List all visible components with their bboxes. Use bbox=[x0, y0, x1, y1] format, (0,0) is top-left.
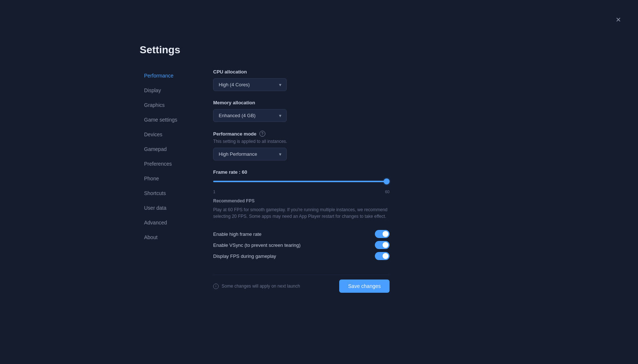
slider-range-labels: 1 60 bbox=[213, 190, 390, 194]
settings-panel: Settings PerformanceDisplayGraphicsGame … bbox=[140, 44, 390, 293]
cpu-allocation-group: CPU allocation Low (1 Core)Medium (2 Cor… bbox=[213, 69, 390, 91]
performance-mode-select[interactable]: Power SavingBalancedHigh Performance bbox=[213, 148, 287, 161]
sidebar-item-display[interactable]: Display bbox=[140, 84, 191, 97]
memory-allocation-select[interactable]: Low (1 GB)Medium (2 GB)Enhanced (4 GB)Ul… bbox=[213, 109, 287, 122]
sidebar-item-phone[interactable]: Phone bbox=[140, 172, 191, 185]
toggle-row-vsync: Enable VSync (to prevent screen tearing) bbox=[213, 239, 390, 251]
toggle-switch-vsync[interactable] bbox=[375, 241, 390, 249]
save-changes-button[interactable]: Save changes bbox=[339, 280, 390, 293]
toggle-switch-display-fps[interactable] bbox=[375, 252, 390, 260]
slider-min-label: 1 bbox=[213, 190, 215, 194]
toggles-section: Enable high frame rateEnable VSync (to p… bbox=[213, 228, 390, 262]
fps-recommended-title: Recommended FPS bbox=[213, 198, 390, 203]
memory-allocation-select-wrapper: Low (1 GB)Medium (2 GB)Enhanced (4 GB)Ul… bbox=[213, 109, 287, 122]
toggle-label-display-fps: Display FPS during gameplay bbox=[213, 253, 276, 259]
content-area: PerformanceDisplayGraphicsGame settingsD… bbox=[140, 69, 390, 293]
sidebar-item-graphics[interactable]: Graphics bbox=[140, 98, 191, 112]
footer-note: i Some changes will apply on next launch bbox=[213, 284, 300, 289]
toggle-row-high-frame-rate: Enable high frame rate bbox=[213, 228, 390, 239]
fps-recommended-text: Play at 60 FPS for smooth gameplay. If y… bbox=[213, 206, 390, 220]
frame-rate-label: Frame rate : 60 bbox=[213, 169, 390, 175]
sidebar-item-user-data[interactable]: User data bbox=[140, 201, 191, 215]
performance-mode-group: Performance mode ? This setting is appli… bbox=[213, 131, 390, 161]
sidebar-item-advanced[interactable]: Advanced bbox=[140, 216, 191, 229]
sidebar-item-about[interactable]: About bbox=[140, 231, 191, 244]
performance-mode-label: Performance mode bbox=[213, 131, 257, 137]
frame-rate-section: Frame rate : 60 1 60 Recommended FPS Pla… bbox=[213, 169, 390, 220]
performance-mode-label-row: Performance mode ? bbox=[213, 131, 390, 137]
slider-max-label: 60 bbox=[385, 190, 390, 194]
sidebar-item-performance[interactable]: Performance bbox=[140, 69, 191, 82]
page-title: Settings bbox=[140, 44, 390, 56]
footer-info-icon: i bbox=[213, 284, 219, 289]
footer-note-text: Some changes will apply on next launch bbox=[222, 284, 300, 289]
sidebar-item-game-settings[interactable]: Game settings bbox=[140, 113, 191, 126]
cpu-allocation-select[interactable]: Low (1 Core)Medium (2 Cores)High (4 Core… bbox=[213, 78, 287, 91]
cpu-allocation-select-wrapper: Low (1 Core)Medium (2 Cores)High (4 Core… bbox=[213, 78, 287, 91]
footer-row: i Some changes will apply on next launch… bbox=[213, 275, 390, 293]
cpu-allocation-label: CPU allocation bbox=[213, 69, 390, 75]
toggle-switch-high-frame-rate[interactable] bbox=[375, 230, 390, 238]
performance-mode-select-wrapper: Power SavingBalancedHigh Performance ▼ bbox=[213, 148, 287, 161]
sidebar-item-devices[interactable]: Devices bbox=[140, 128, 191, 141]
toggle-thumb-high-frame-rate bbox=[383, 231, 388, 237]
sidebar-item-gamepad[interactable]: Gamepad bbox=[140, 143, 191, 156]
toggle-label-vsync: Enable VSync (to prevent screen tearing) bbox=[213, 242, 301, 248]
close-button[interactable]: ✕ bbox=[613, 15, 623, 25]
sidebar-nav: PerformanceDisplayGraphicsGame settingsD… bbox=[140, 69, 191, 293]
toggle-thumb-vsync bbox=[383, 242, 388, 248]
memory-allocation-group: Memory allocation Low (1 GB)Medium (2 GB… bbox=[213, 100, 390, 122]
performance-mode-sublabel: This setting is applied to all instances… bbox=[213, 139, 390, 144]
toggle-thumb-display-fps bbox=[383, 253, 388, 259]
toggle-label-high-frame-rate: Enable high frame rate bbox=[213, 231, 262, 237]
toggle-row-display-fps: Display FPS during gameplay bbox=[213, 251, 390, 262]
memory-allocation-label: Memory allocation bbox=[213, 100, 390, 105]
frame-rate-slider[interactable] bbox=[213, 181, 390, 182]
frame-rate-slider-container bbox=[213, 178, 390, 185]
performance-mode-help-icon[interactable]: ? bbox=[259, 131, 265, 137]
main-content: CPU allocation Low (1 Core)Medium (2 Cor… bbox=[213, 69, 390, 293]
sidebar-item-shortcuts[interactable]: Shortcuts bbox=[140, 187, 191, 200]
sidebar-item-preferences[interactable]: Preferences bbox=[140, 157, 191, 170]
